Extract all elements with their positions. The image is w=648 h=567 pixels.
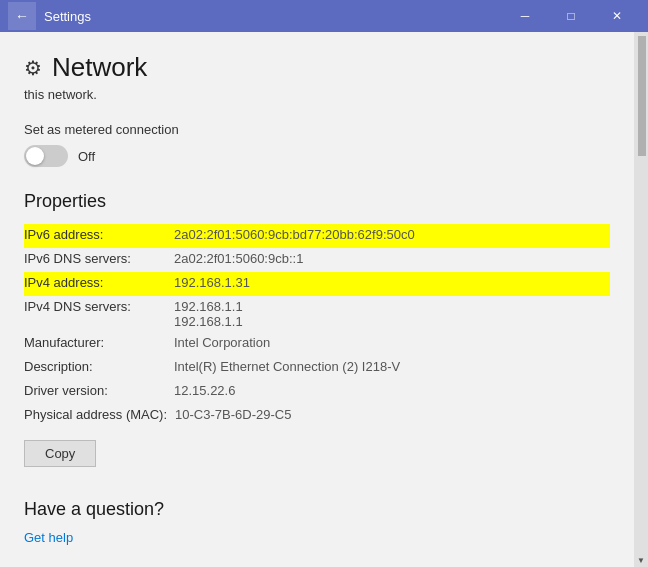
prop-mac-key: Physical address (MAC): (24, 407, 175, 422)
toggle-knob (26, 147, 44, 165)
prop-manufacturer: Manufacturer: Intel Corporation (24, 332, 610, 356)
minimize-icon: ─ (521, 9, 530, 23)
prop-ipv4-dns-value2: 192.168.1.1 (174, 314, 243, 329)
toggle-row: Off (24, 145, 610, 167)
get-help-link[interactable]: Get help (24, 530, 73, 545)
prop-ipv6-address-key: IPv6 address: (24, 227, 174, 242)
metered-label: Set as metered connection (24, 122, 610, 137)
page-title: Network (52, 52, 147, 83)
prop-manufacturer-key: Manufacturer: (24, 335, 174, 350)
prop-ipv6-address: IPv6 address: 2a02:2f01:5060:9cb:bd77:20… (24, 224, 610, 248)
maximize-icon: □ (567, 9, 574, 23)
back-button[interactable]: ← (8, 2, 36, 30)
prop-ipv4-address-value: 192.168.1.31 (174, 275, 250, 290)
prop-ipv4-address: IPv4 address: 192.168.1.31 (24, 272, 610, 296)
scrollbar[interactable]: ▲ ▼ (634, 32, 648, 567)
prop-ipv4-address-key: IPv4 address: (24, 275, 174, 290)
back-icon: ← (15, 8, 29, 24)
prop-description-value: Intel(R) Ethernet Connection (2) I218-V (174, 359, 400, 374)
title-bar-left: ← Settings (8, 2, 91, 30)
prop-ipv4-dns-value: 192.168.1.1 192.168.1.1 (174, 299, 243, 329)
prop-driver-version-key: Driver version: (24, 383, 174, 398)
scrollbar-arrow-down[interactable]: ▼ (634, 553, 648, 567)
title-bar-controls: ─ □ ✕ (502, 0, 640, 32)
prop-ipv4-dns-key: IPv4 DNS servers: (24, 299, 174, 314)
prop-ipv6-address-value: 2a02:2f01:5060:9cb:bd77:20bb:62f9:50c0 (174, 227, 415, 242)
close-icon: ✕ (612, 9, 622, 23)
prop-mac: Physical address (MAC): 10-C3-7B-6D-29-C… (24, 404, 610, 428)
prop-ipv6-dns-value: 2a02:2f01:5060:9cb::1 (174, 251, 303, 266)
prop-ipv4-dns: IPv4 DNS servers: 192.168.1.1 192.168.1.… (24, 296, 610, 332)
toggle-label: Off (78, 149, 95, 164)
metered-toggle[interactable] (24, 145, 68, 167)
copy-button[interactable]: Copy (24, 440, 96, 467)
prop-ipv6-dns-key: IPv6 DNS servers: (24, 251, 174, 266)
page-header: ⚙ Network (24, 52, 610, 83)
minimize-button[interactable]: ─ (502, 0, 548, 32)
properties-title: Properties (24, 191, 610, 212)
prop-ipv6-dns: IPv6 DNS servers: 2a02:2f01:5060:9cb::1 (24, 248, 610, 272)
prop-ipv4-dns-value1: 192.168.1.1 (174, 299, 243, 314)
prop-driver-version: Driver version: 12.15.22.6 (24, 380, 610, 404)
question-title: Have a question? (24, 499, 610, 520)
page-subtitle: this network. (24, 87, 610, 102)
title-bar-title: Settings (44, 9, 91, 24)
prop-description-key: Description: (24, 359, 174, 374)
scrollbar-thumb[interactable] (638, 36, 646, 156)
maximize-button[interactable]: □ (548, 0, 594, 32)
main-panel: ⚙ Network this network. Set as metered c… (0, 32, 634, 567)
prop-manufacturer-value: Intel Corporation (174, 335, 270, 350)
prop-mac-value: 10-C3-7B-6D-29-C5 (175, 407, 291, 422)
copy-button-container: Copy (24, 440, 610, 495)
close-button[interactable]: ✕ (594, 0, 640, 32)
network-gear-icon: ⚙ (24, 56, 42, 80)
prop-driver-version-value: 12.15.22.6 (174, 383, 235, 398)
prop-description: Description: Intel(R) Ethernet Connectio… (24, 356, 610, 380)
content-area: ⚙ Network this network. Set as metered c… (0, 32, 648, 567)
title-bar: ← Settings ─ □ ✕ (0, 0, 648, 32)
